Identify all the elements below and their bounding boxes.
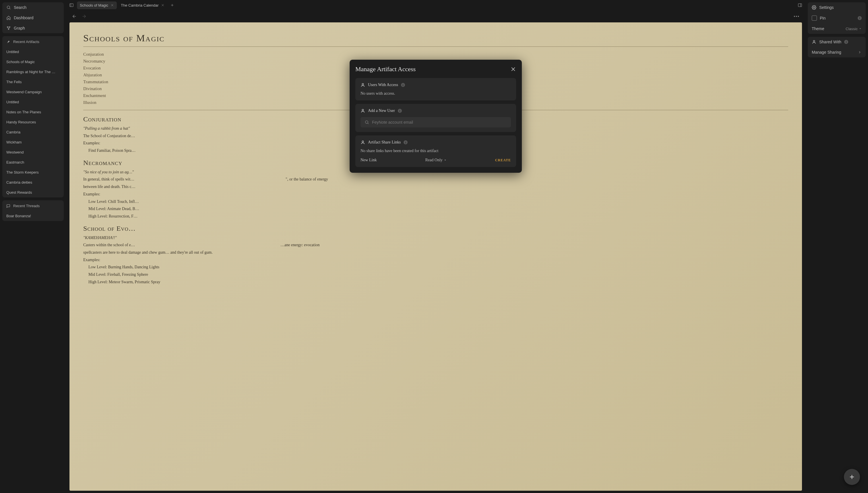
doc-text-span: …ane energy: evocation [280,243,320,247]
theme-row[interactable]: Theme Classic [808,23,866,34]
new-link-row: New Link Read Only CREATE [361,158,511,163]
doc-text: Low Level: Chill Touch, Infl… [83,198,788,205]
artifact-item[interactable]: Cambria [2,127,64,137]
permission-value: Read Only [425,158,443,163]
toolbar: ••• [67,10,804,22]
svg-point-0 [7,6,10,8]
tab-cambria-calendar[interactable]: The Cambria Calendar [118,1,167,9]
recent-artifacts-panel: Recent Artifacts Untitled Schools of Mag… [2,36,64,197]
recent-threads-header: Recent Threads [2,200,64,211]
toc-item[interactable]: Conjuration [83,51,788,58]
user-icon [812,40,816,44]
manage-sharing-row[interactable]: Manage Sharing [808,47,866,57]
more-menu-button[interactable]: ••• [792,13,801,20]
theme-label: Theme [812,26,824,31]
close-icon[interactable] [161,3,165,7]
doc-text: Examples: [83,191,788,197]
svg-rect-8 [70,4,73,7]
artifact-item[interactable]: Quest Rewards [2,187,64,197]
new-link-label: New Link [361,158,377,163]
divider [83,46,788,47]
svg-point-26 [362,141,363,142]
permission-select[interactable]: Read Only [425,158,447,163]
artifact-item[interactable]: Westwend [2,147,64,157]
users-with-access-card: Users With Access i No users with access… [355,78,516,101]
card-header: Users With Access i [361,83,511,87]
svg-point-27 [813,7,814,8]
add-new-user-card: Add a New User i [355,104,516,132]
artifact-item[interactable]: Eastmarch [2,157,64,167]
artifact-item[interactable]: Untitled [2,47,64,57]
artifact-item[interactable]: Westwend Campaign [2,87,64,97]
collapse-right-icon[interactable] [796,1,804,9]
collapse-left-icon[interactable] [67,1,76,9]
shared-with-row: Shared With i [808,37,866,47]
email-input[interactable] [372,120,507,125]
svg-point-28 [813,40,814,42]
doc-text: Casters within the school of e… …ane ene… [83,242,788,248]
nav-panel: Search Dashboard Graph [2,2,64,33]
fab-add-button[interactable] [844,469,860,485]
artifact-item[interactable]: Schools of Magic [2,57,64,67]
artifact-item[interactable]: Notes on The Planes [2,107,64,117]
svg-line-25 [368,123,368,124]
pin-checkbox[interactable] [812,16,817,21]
settings-panel: Settings Pin i Theme Classic [808,2,866,34]
dashboard-label: Dashboard [14,16,34,20]
tab-label: Schools of Magic [80,3,108,7]
manage-sharing-label: Manage Sharing [812,50,841,55]
recent-threads-panel: Recent Threads Boar Bonanza! [2,200,64,221]
recent-threads-label: Recent Threads [13,204,40,208]
artifact-item[interactable]: The Fells [2,77,64,87]
info-icon[interactable]: i [404,140,408,144]
info-icon[interactable]: i [858,16,862,20]
artifact-item[interactable]: Ramblings at Night for The … [2,67,64,77]
close-icon[interactable] [510,66,516,72]
doc-text: In general, think of spells wit… ", or t… [83,176,788,183]
artifact-item[interactable]: Wickham [2,137,64,147]
artifact-item[interactable]: Untitled [2,97,64,107]
info-icon[interactable]: i [398,109,402,113]
doc-text-span: Casters within the school of e… [83,243,135,247]
close-icon[interactable] [110,3,114,7]
svg-line-6 [7,27,8,29]
forward-button[interactable] [80,13,88,20]
svg-line-1 [9,8,10,9]
svg-point-24 [365,121,368,123]
new-tab-button[interactable] [169,1,176,9]
doc-text: between life and death. This c… [83,184,788,190]
card-title: Artifact Share Links [368,140,401,145]
main-area: Schools of Magic The Cambria Calendar [66,0,805,493]
sidebar-right: Settings Pin i Theme Classic [805,0,868,493]
recent-artifacts-header: Recent Artifacts [2,36,64,47]
artifact-item[interactable]: Handy Resources [2,117,64,127]
info-icon[interactable]: i [844,40,848,44]
card-header: Add a New User i [361,108,511,113]
graph-row[interactable]: Graph [2,23,64,33]
theme-select[interactable]: Classic [846,27,862,31]
artifact-item[interactable]: Cambria deities [2,177,64,187]
artifact-item[interactable]: The Storm Keepers [2,167,64,177]
email-search-field[interactable] [361,117,511,127]
tabbar: Schools of Magic The Cambria Calendar [67,0,804,10]
chevron-right-icon [858,50,862,54]
pin-row[interactable]: Pin i [808,13,866,23]
create-link-button[interactable]: CREATE [495,158,511,163]
pin-label: Pin [820,16,826,20]
document-view[interactable]: Schools of Magic Conjuration Necromancy … [69,22,802,491]
search-label: Search [14,5,26,10]
share-links-card: Artifact Share Links i No share links ha… [355,135,516,167]
thread-item[interactable]: Boar Bonanza! [2,211,64,221]
info-icon[interactable]: i [401,83,405,87]
chevron-down-icon [444,159,447,162]
chat-icon [6,204,10,208]
user-icon [361,140,365,145]
graph-icon [6,26,11,30]
no-users-text: No users with access. [361,91,511,96]
back-button[interactable] [70,13,78,20]
dashboard-row[interactable]: Dashboard [2,13,64,23]
page-title: Schools of Magic [83,33,788,44]
tab-schools-of-magic[interactable]: Schools of Magic [77,1,117,9]
search-row[interactable]: Search [2,2,64,13]
doc-text: spellcasters are here to deal damage and… [83,249,788,256]
